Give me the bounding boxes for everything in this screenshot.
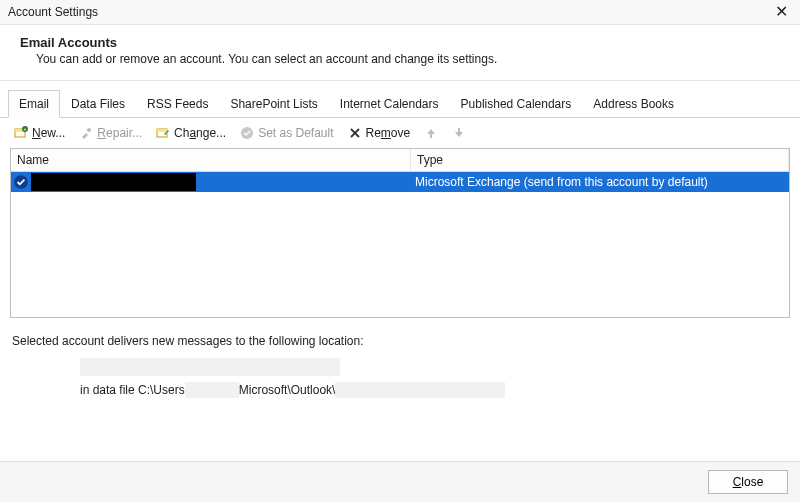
tab-rss-feeds[interactable]: RSS Feeds (136, 90, 219, 118)
close-button[interactable]: Close (708, 470, 788, 494)
account-type-cell: Microsoft Exchange (send from this accou… (411, 175, 789, 189)
arrow-down-icon (452, 126, 466, 140)
redacted-path-2 (335, 382, 505, 398)
window-title: Account Settings (8, 5, 98, 19)
delivery-location-label: Selected account delivers new messages t… (0, 318, 800, 352)
accounts-list: Name Type Microsoft Exchange (send from … (10, 148, 790, 318)
remove-button[interactable]: Remove (344, 124, 415, 142)
tab-address-books[interactable]: Address Books (582, 90, 685, 118)
redacted-path-1 (185, 382, 239, 398)
change-icon (156, 126, 170, 140)
tab-internet-calendars[interactable]: Internet Calendars (329, 90, 450, 118)
svg-text:+: + (24, 126, 27, 132)
account-name-cell (31, 173, 411, 191)
dialog-footer: Close (0, 461, 800, 502)
tab-data-files[interactable]: Data Files (60, 90, 136, 118)
svg-rect-6 (157, 129, 167, 132)
column-header-name[interactable]: Name (11, 149, 411, 172)
tab-strip: Email Data Files RSS Feeds SharePoint Li… (0, 89, 800, 118)
delivery-location-path: in data file C:\Users Microsoft\Outlook\ (0, 376, 800, 398)
move-up-button (420, 124, 442, 142)
move-down-button (448, 124, 470, 142)
remove-icon (348, 126, 362, 140)
header-title: Email Accounts (20, 35, 792, 50)
account-row[interactable]: Microsoft Exchange (send from this accou… (11, 172, 789, 192)
redacted-location-line1 (80, 358, 340, 376)
change-button[interactable]: Change... (152, 124, 230, 142)
tab-email[interactable]: Email (8, 90, 60, 118)
tab-published-calendars[interactable]: Published Calendars (450, 90, 583, 118)
arrow-up-icon (424, 126, 438, 140)
new-button[interactable]: + New... (10, 124, 69, 142)
default-account-icon (13, 174, 29, 190)
window-close-button[interactable]: ✕ (771, 4, 792, 20)
new-icon: + (14, 126, 28, 140)
header-subtitle: You can add or remove an account. You ca… (20, 52, 792, 66)
redacted-name (31, 173, 196, 191)
title-bar: Account Settings ✕ (0, 0, 800, 25)
tab-sharepoint-lists[interactable]: SharePoint Lists (219, 90, 328, 118)
header-section: Email Accounts You can add or remove an … (0, 25, 800, 81)
toolbar: + New... Repair... Change... Set as Defa… (0, 118, 800, 148)
set-default-button: Set as Default (236, 124, 337, 142)
list-header: Name Type (11, 149, 789, 172)
repair-icon (79, 126, 93, 140)
column-header-type[interactable]: Type (411, 149, 789, 172)
svg-point-4 (87, 128, 91, 132)
check-circle-icon (240, 126, 254, 140)
repair-button: Repair... (75, 124, 146, 142)
